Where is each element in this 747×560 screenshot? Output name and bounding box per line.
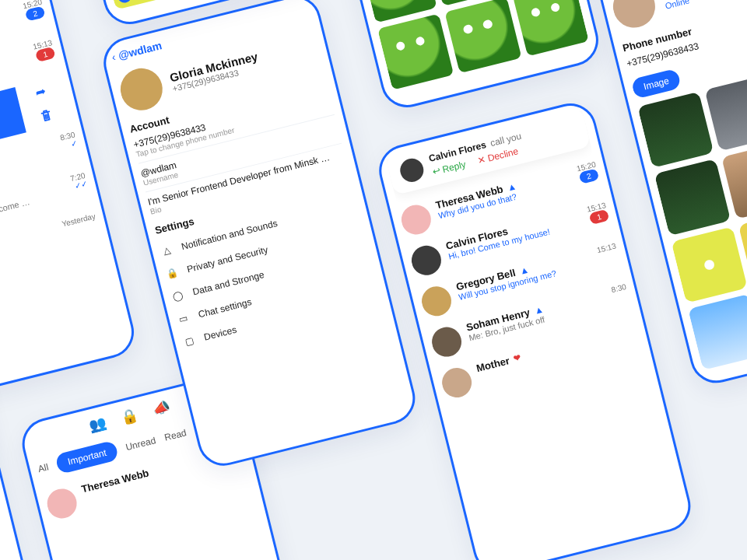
media-gallery <box>637 58 747 370</box>
avatar <box>398 201 434 237</box>
sticker[interactable] <box>512 0 589 57</box>
chat-name: Theresa Webb <box>80 467 150 495</box>
chat-icon: ▭ <box>176 312 191 325</box>
tab-unread[interactable]: Unread <box>124 435 157 453</box>
avatar <box>398 156 426 184</box>
settings-label: Devices <box>203 324 238 343</box>
channel-icon[interactable]: 📣 <box>150 398 171 419</box>
bell-icon: △ <box>160 244 174 257</box>
thumb[interactable] <box>654 159 731 236</box>
tab-all[interactable]: All <box>37 461 49 474</box>
read-icon: ✓✓ <box>74 179 88 191</box>
tab-read[interactable]: Read <box>163 427 188 443</box>
status-online: Online <box>664 0 715 10</box>
avatar <box>419 283 454 319</box>
share-icon[interactable]: ➦ <box>33 83 47 100</box>
thumb[interactable] <box>671 226 747 303</box>
back-icon[interactable]: ‹ <box>110 51 117 64</box>
avatar <box>44 485 80 521</box>
sticker[interactable] <box>445 0 522 73</box>
thumb[interactable] <box>705 75 747 152</box>
tab-image[interactable]: Image <box>630 68 682 100</box>
chat-time: 15:13 <box>596 241 617 254</box>
profile-handle: @wdlam <box>117 39 163 61</box>
avatar <box>429 324 465 360</box>
sticker-grid <box>344 0 589 90</box>
thumb[interactable] <box>688 294 747 371</box>
heart-icon: ❤ <box>513 352 522 364</box>
mute-icon: ▲ <box>506 180 517 193</box>
trash-icon[interactable] <box>39 107 54 125</box>
lock-icon[interactable]: 🔒 <box>119 406 140 427</box>
avatar <box>439 365 475 401</box>
profile-avatar[interactable] <box>116 64 167 114</box>
sent-icon: ✓ <box>70 138 78 149</box>
avatar <box>409 243 444 278</box>
thumb[interactable] <box>637 92 714 169</box>
groups-icon[interactable]: 👥 <box>87 414 108 435</box>
sticker[interactable] <box>377 13 454 90</box>
device-icon: ▢ <box>182 334 197 348</box>
chat-name: Mother <box>475 355 511 374</box>
disk-icon: ◯ <box>170 289 185 303</box>
chat-time: 8:30 <box>610 282 627 294</box>
contact-avatar[interactable] <box>608 0 659 32</box>
lock-icon: 🔒 <box>165 267 180 280</box>
swipe-actions-right: ➦ <box>15 76 72 133</box>
thumb-selected[interactable] <box>100 0 177 10</box>
chat-time: Yesterday <box>61 212 96 228</box>
